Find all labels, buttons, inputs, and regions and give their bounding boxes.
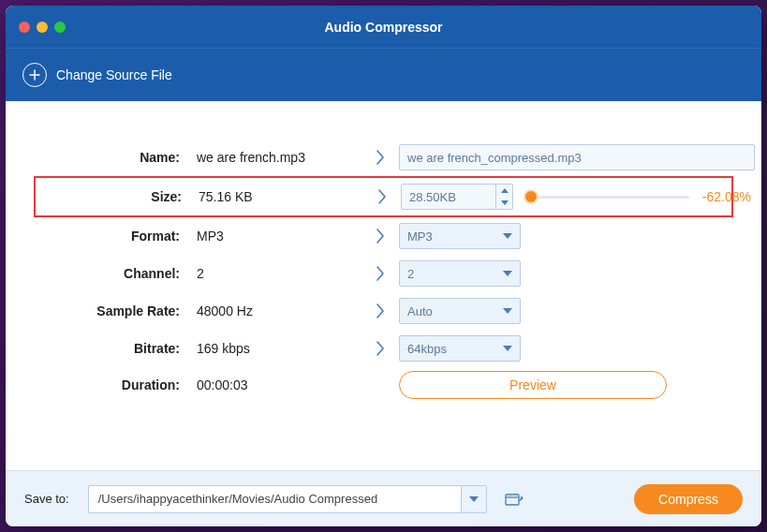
- titlebar: Audio Compressor: [6, 6, 761, 49]
- target-bitrate-value: 64kbps: [407, 342, 447, 356]
- target-size-stepper[interactable]: 28.50KB: [401, 184, 513, 210]
- label-bitrate: Bitrate:: [34, 341, 193, 356]
- target-channel-value: 2: [407, 267, 414, 281]
- label-duration: Duration:: [34, 377, 193, 392]
- label-format: Format:: [34, 229, 193, 244]
- arrow-icon: [361, 228, 399, 244]
- target-sample-rate-value: Auto: [407, 304, 433, 318]
- size-step-up-button[interactable]: [496, 185, 512, 197]
- source-name: we are french.mp3: [193, 150, 361, 165]
- label-channel: Channel:: [34, 266, 193, 281]
- source-sample-rate: 48000 Hz: [193, 303, 361, 318]
- size-change-percent: -62.08%: [697, 189, 757, 204]
- row-size: Size: 75.16 KB 28.50KB: [34, 176, 733, 217]
- label-size: Size:: [36, 189, 195, 204]
- arrow-icon: [361, 340, 399, 357]
- svg-rect-0: [506, 495, 519, 505]
- size-slider[interactable]: [528, 196, 689, 199]
- preview-button[interactable]: Preview: [399, 371, 667, 399]
- minimize-window-button[interactable]: [37, 22, 48, 33]
- row-bitrate: Bitrate: 169 kbps 64kbps: [34, 330, 733, 367]
- row-channel: Channel: 2 2: [34, 255, 733, 292]
- size-slider-thumb[interactable]: [525, 191, 537, 202]
- open-folder-button[interactable]: [504, 489, 524, 510]
- source-channel: 2: [193, 266, 361, 281]
- target-bitrate-select[interactable]: 64kbps: [399, 335, 521, 362]
- change-source-file-button[interactable]: Change Source File: [22, 63, 172, 87]
- label-sample-rate: Sample Rate:: [34, 303, 193, 318]
- save-path-input[interactable]: [88, 485, 461, 513]
- window-title: Audio Compressor: [6, 20, 761, 35]
- maximize-window-button[interactable]: [54, 22, 66, 33]
- chevron-down-icon: [503, 308, 512, 314]
- folder-open-icon: [505, 491, 524, 508]
- source-duration: 00:00:03: [193, 377, 361, 392]
- row-name: Name: we are french.mp3: [34, 139, 733, 176]
- change-source-file-label: Change Source File: [56, 67, 172, 82]
- chevron-down-icon: [469, 496, 479, 502]
- chevron-down-icon: [503, 346, 512, 351]
- arrow-icon: [361, 303, 399, 319]
- chevron-down-icon: [503, 233, 512, 239]
- target-channel-select[interactable]: 2: [399, 260, 521, 287]
- toolbar: Change Source File: [6, 49, 761, 101]
- plus-circle-icon: [22, 63, 47, 87]
- target-format-select[interactable]: MP3: [399, 223, 521, 249]
- source-bitrate: 169 kbps: [193, 341, 361, 356]
- target-format-value: MP3: [407, 229, 433, 244]
- target-size-value: 28.50KB: [402, 185, 495, 209]
- row-duration-preview: Duration: 00:00:03 Preview: [34, 371, 733, 399]
- row-sample-rate: Sample Rate: 48000 Hz Auto: [34, 292, 733, 330]
- target-name-input[interactable]: [399, 144, 755, 170]
- target-sample-rate-select[interactable]: Auto: [399, 298, 521, 324]
- label-name: Name:: [34, 150, 193, 165]
- arrow-icon: [361, 265, 399, 282]
- app-window: Audio Compressor Change Source File Name…: [6, 6, 761, 526]
- content-area: Name: we are french.mp3 Size: 75.16 KB 2…: [6, 101, 761, 470]
- arrow-icon: [363, 188, 401, 205]
- source-format: MP3: [193, 229, 361, 244]
- save-to-label: Save to:: [24, 492, 69, 506]
- size-step-down-button[interactable]: [496, 197, 512, 209]
- row-format: Format: MP3 MP3: [34, 217, 733, 255]
- chevron-down-icon: [503, 271, 512, 276]
- arrow-icon: [361, 149, 399, 166]
- compress-button[interactable]: Compress: [634, 484, 743, 514]
- footer: Save to: Compress: [6, 470, 761, 526]
- window-controls: [19, 22, 66, 33]
- close-window-button[interactable]: [19, 22, 30, 33]
- source-size: 75.16 KB: [195, 189, 363, 204]
- save-path-dropdown-button[interactable]: [461, 485, 487, 513]
